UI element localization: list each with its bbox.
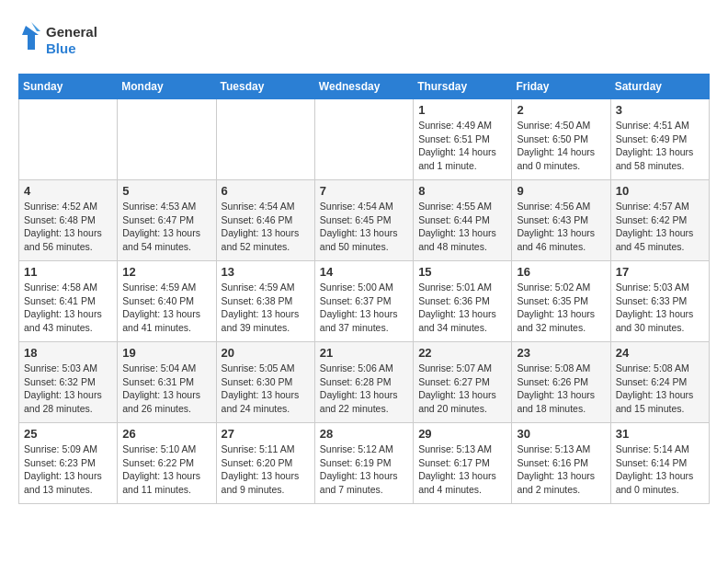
- cell-info: Sunrise: 5:11 AM Sunset: 6:20 PM Dayligh…: [222, 442, 310, 497]
- day-number: 19: [122, 346, 210, 360]
- cell-info: Sunrise: 5:05 AM Sunset: 6:30 PM Dayligh…: [222, 362, 310, 416]
- general-blue-logo: General Blue: [18, 18, 119, 64]
- calendar-cell: 8Sunrise: 4:55 AM Sunset: 6:44 PM Daylig…: [414, 180, 512, 261]
- weekday-header-row: SundayMondayTuesdayWednesdayThursdayFrid…: [19, 75, 710, 99]
- weekday-header-tuesday: Tuesday: [216, 75, 314, 99]
- calendar-cell: 19Sunrise: 5:04 AM Sunset: 6:31 PM Dayli…: [118, 342, 216, 423]
- cell-info: Sunrise: 4:57 AM Sunset: 6:42 PM Dayligh…: [616, 200, 704, 254]
- calendar-cell: [314, 99, 413, 180]
- weekday-header-monday: Monday: [118, 75, 216, 99]
- day-number: 14: [320, 265, 408, 279]
- day-number: 13: [222, 265, 310, 279]
- day-number: 10: [616, 184, 704, 198]
- day-number: 7: [320, 184, 408, 198]
- calendar-cell: 31Sunrise: 5:14 AM Sunset: 6:14 PM Dayli…: [610, 423, 709, 504]
- calendar-week-row: 11Sunrise: 4:58 AM Sunset: 6:41 PM Dayli…: [19, 261, 710, 342]
- calendar-cell: 30Sunrise: 5:13 AM Sunset: 6:16 PM Dayli…: [512, 423, 610, 504]
- cell-info: Sunrise: 5:03 AM Sunset: 6:32 PM Dayligh…: [24, 362, 112, 416]
- calendar-cell: 28Sunrise: 5:12 AM Sunset: 6:19 PM Dayli…: [314, 423, 413, 504]
- day-number: 30: [517, 427, 605, 441]
- calendar-cell: 21Sunrise: 5:06 AM Sunset: 6:28 PM Dayli…: [314, 342, 413, 423]
- cell-info: Sunrise: 5:02 AM Sunset: 6:35 PM Dayligh…: [517, 281, 605, 335]
- cell-info: Sunrise: 4:56 AM Sunset: 6:43 PM Dayligh…: [517, 200, 605, 254]
- cell-info: Sunrise: 4:55 AM Sunset: 6:44 PM Dayligh…: [418, 200, 506, 254]
- cell-info: Sunrise: 4:52 AM Sunset: 6:48 PM Dayligh…: [24, 200, 112, 254]
- svg-text:Blue: Blue: [46, 40, 76, 56]
- calendar-week-row: 25Sunrise: 5:09 AM Sunset: 6:23 PM Dayli…: [19, 423, 710, 504]
- cell-info: Sunrise: 4:59 AM Sunset: 6:40 PM Dayligh…: [122, 281, 210, 335]
- calendar-week-row: 1Sunrise: 4:49 AM Sunset: 6:51 PM Daylig…: [19, 99, 710, 180]
- day-number: 28: [320, 427, 408, 441]
- day-number: 26: [122, 427, 210, 441]
- day-number: 25: [24, 427, 112, 441]
- day-number: 15: [418, 265, 506, 279]
- cell-info: Sunrise: 5:08 AM Sunset: 6:26 PM Dayligh…: [517, 362, 605, 416]
- svg-marker-3: [31, 22, 40, 31]
- cell-info: Sunrise: 5:03 AM Sunset: 6:33 PM Dayligh…: [616, 281, 704, 335]
- day-number: 6: [222, 184, 310, 198]
- calendar-cell: 20Sunrise: 5:05 AM Sunset: 6:30 PM Dayli…: [216, 342, 314, 423]
- day-number: 5: [122, 184, 210, 198]
- calendar-cell: 6Sunrise: 4:54 AM Sunset: 6:46 PM Daylig…: [216, 180, 314, 261]
- calendar-cell: 11Sunrise: 4:58 AM Sunset: 6:41 PM Dayli…: [19, 261, 118, 342]
- calendar-cell: 17Sunrise: 5:03 AM Sunset: 6:33 PM Dayli…: [610, 261, 709, 342]
- day-number: 22: [418, 346, 506, 360]
- day-number: 21: [320, 346, 408, 360]
- cell-info: Sunrise: 5:01 AM Sunset: 6:36 PM Dayligh…: [418, 281, 506, 335]
- calendar-week-row: 18Sunrise: 5:03 AM Sunset: 6:32 PM Dayli…: [19, 342, 710, 423]
- cell-info: Sunrise: 5:00 AM Sunset: 6:37 PM Dayligh…: [320, 281, 408, 335]
- calendar-cell: 22Sunrise: 5:07 AM Sunset: 6:27 PM Dayli…: [414, 342, 512, 423]
- day-number: 2: [517, 103, 605, 117]
- day-number: 3: [616, 103, 704, 117]
- calendar-week-row: 4Sunrise: 4:52 AM Sunset: 6:48 PM Daylig…: [19, 180, 710, 261]
- day-number: 11: [24, 265, 112, 279]
- cell-info: Sunrise: 5:07 AM Sunset: 6:27 PM Dayligh…: [418, 362, 506, 416]
- calendar-cell: 10Sunrise: 4:57 AM Sunset: 6:42 PM Dayli…: [610, 180, 709, 261]
- day-number: 20: [222, 346, 310, 360]
- cell-info: Sunrise: 5:06 AM Sunset: 6:28 PM Dayligh…: [320, 362, 408, 416]
- calendar-body: 1Sunrise: 4:49 AM Sunset: 6:51 PM Daylig…: [19, 99, 710, 504]
- cell-info: Sunrise: 4:49 AM Sunset: 6:51 PM Dayligh…: [418, 119, 506, 173]
- calendar-cell: [19, 99, 118, 180]
- day-number: 18: [24, 346, 112, 360]
- logo: General Blue: [18, 18, 119, 64]
- day-number: 31: [616, 427, 704, 441]
- weekday-header-thursday: Thursday: [414, 75, 512, 99]
- calendar-cell: 1Sunrise: 4:49 AM Sunset: 6:51 PM Daylig…: [414, 99, 512, 180]
- day-number: 16: [517, 265, 605, 279]
- calendar-cell: 15Sunrise: 5:01 AM Sunset: 6:36 PM Dayli…: [414, 261, 512, 342]
- calendar-cell: [216, 99, 314, 180]
- cell-info: Sunrise: 5:10 AM Sunset: 6:22 PM Dayligh…: [122, 442, 210, 497]
- calendar-cell: 14Sunrise: 5:00 AM Sunset: 6:37 PM Dayli…: [314, 261, 413, 342]
- cell-info: Sunrise: 4:59 AM Sunset: 6:38 PM Dayligh…: [222, 281, 310, 335]
- cell-info: Sunrise: 5:08 AM Sunset: 6:24 PM Dayligh…: [616, 362, 704, 416]
- cell-info: Sunrise: 5:12 AM Sunset: 6:19 PM Dayligh…: [320, 442, 408, 497]
- weekday-header-friday: Friday: [512, 75, 610, 99]
- cell-info: Sunrise: 5:09 AM Sunset: 6:23 PM Dayligh…: [24, 442, 112, 497]
- day-number: 29: [418, 427, 506, 441]
- calendar-cell: 26Sunrise: 5:10 AM Sunset: 6:22 PM Dayli…: [118, 423, 216, 504]
- calendar-cell: 7Sunrise: 4:54 AM Sunset: 6:45 PM Daylig…: [314, 180, 413, 261]
- calendar-cell: 9Sunrise: 4:56 AM Sunset: 6:43 PM Daylig…: [512, 180, 610, 261]
- cell-info: Sunrise: 5:13 AM Sunset: 6:16 PM Dayligh…: [517, 442, 605, 497]
- day-number: 1: [418, 103, 506, 117]
- calendar-cell: 25Sunrise: 5:09 AM Sunset: 6:23 PM Dayli…: [19, 423, 118, 504]
- cell-info: Sunrise: 4:54 AM Sunset: 6:45 PM Dayligh…: [320, 200, 408, 254]
- calendar-cell: 5Sunrise: 4:53 AM Sunset: 6:47 PM Daylig…: [118, 180, 216, 261]
- cell-info: Sunrise: 5:04 AM Sunset: 6:31 PM Dayligh…: [122, 362, 210, 416]
- cell-info: Sunrise: 4:58 AM Sunset: 6:41 PM Dayligh…: [24, 281, 112, 335]
- day-number: 8: [418, 184, 506, 198]
- calendar-cell: 16Sunrise: 5:02 AM Sunset: 6:35 PM Dayli…: [512, 261, 610, 342]
- calendar-cell: 4Sunrise: 4:52 AM Sunset: 6:48 PM Daylig…: [19, 180, 118, 261]
- calendar-cell: 2Sunrise: 4:50 AM Sunset: 6:50 PM Daylig…: [512, 99, 610, 180]
- weekday-header-saturday: Saturday: [610, 75, 709, 99]
- cell-info: Sunrise: 4:54 AM Sunset: 6:46 PM Dayligh…: [222, 200, 310, 254]
- cell-info: Sunrise: 5:14 AM Sunset: 6:14 PM Dayligh…: [616, 442, 704, 497]
- cell-info: Sunrise: 5:13 AM Sunset: 6:17 PM Dayligh…: [418, 442, 506, 497]
- calendar-table: SundayMondayTuesdayWednesdayThursdayFrid…: [18, 74, 710, 504]
- day-number: 4: [24, 184, 112, 198]
- day-number: 12: [122, 265, 210, 279]
- calendar-header: SundayMondayTuesdayWednesdayThursdayFrid…: [19, 75, 710, 99]
- calendar-cell: 29Sunrise: 5:13 AM Sunset: 6:17 PM Dayli…: [414, 423, 512, 504]
- calendar-cell: [118, 99, 216, 180]
